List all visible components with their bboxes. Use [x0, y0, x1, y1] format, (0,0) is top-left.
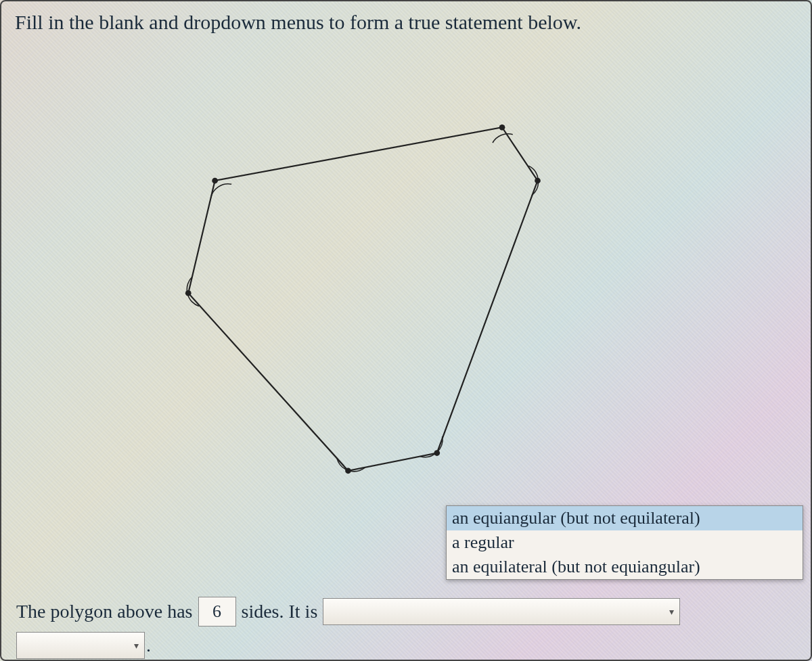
dropdown-option[interactable]: an equilateral (but not equiangular)	[447, 555, 803, 579]
statement-mid: sides. It is	[242, 601, 318, 622]
chevron-down-icon: ▾	[669, 606, 674, 618]
vertex-dot	[434, 450, 440, 456]
secondary-dropdown[interactable]: ▾	[16, 632, 145, 659]
instruction-text: Fill in the blank and dropdown menus to …	[15, 11, 581, 34]
polygon-figure	[123, 83, 597, 516]
dropdown-option[interactable]: an equiangular (but not equilateral)	[447, 506, 803, 530]
statement-line-1: The polygon above has sides. It is ▾	[16, 597, 680, 626]
sides-count-input[interactable]	[198, 597, 236, 626]
dropdown-option[interactable]: a regular	[447, 530, 803, 555]
vertex-dot	[212, 178, 218, 184]
statement-prefix: The polygon above has	[16, 601, 193, 622]
polygon-type-dropdown[interactable]: ▾	[323, 598, 680, 625]
chevron-down-icon: ▾	[134, 640, 139, 652]
angle-arc	[337, 458, 365, 471]
statement-line-2: ▾ .	[16, 632, 151, 659]
vertex-dot	[499, 124, 505, 131]
hexagon-shape	[188, 127, 537, 471]
statement-period: .	[146, 635, 151, 656]
dropdown-options-popup[interactable]: an equiangular (but not equilateral) a r…	[446, 505, 803, 580]
